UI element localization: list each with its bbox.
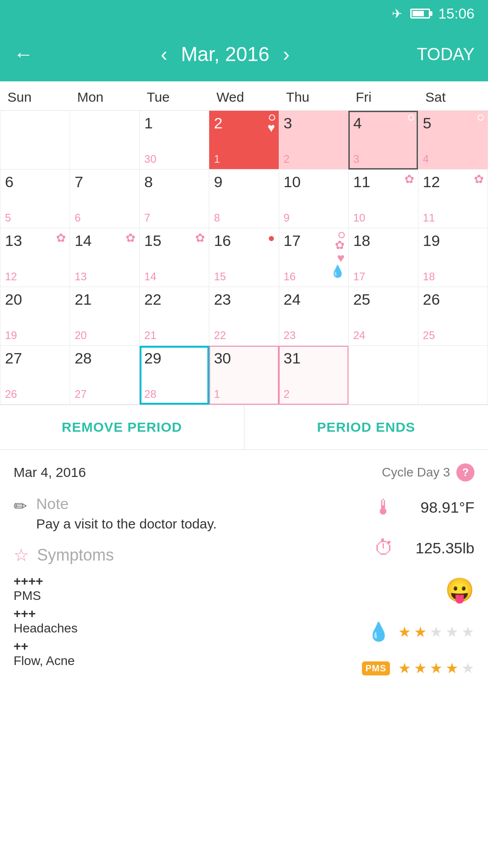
next-name: Flow, Acne <box>14 654 75 668</box>
calendar-cell[interactable]: 312 <box>279 346 348 405</box>
star-4: ★ <box>446 623 459 641</box>
back-button[interactable]: ← <box>14 43 33 66</box>
calendar-cell[interactable]: 1817 <box>348 228 418 287</box>
pms-name: PMS <box>14 589 43 603</box>
calendar-cell[interactable]: 87 <box>140 170 209 228</box>
calendar-cell[interactable]: 13✿12 <box>0 228 70 287</box>
calendar-cell[interactable]: 76 <box>70 170 140 228</box>
week-number: 27 <box>75 388 87 401</box>
calendar-cell[interactable]: 2625 <box>418 287 488 346</box>
day-number: 24 <box>284 291 301 308</box>
day-number: 22 <box>144 291 161 308</box>
cycle-help-button[interactable]: ? <box>456 463 474 481</box>
calendar-row: 6576879810911✿1012✿11 <box>0 170 488 228</box>
day-number: 3 <box>284 114 292 132</box>
week-number: 1 <box>214 153 220 165</box>
calendar-cell[interactable]: 32 <box>279 111 348 170</box>
detail-left: ✏ Note Pay a visit to the doctor today. … <box>14 495 303 686</box>
calendar-cell[interactable]: 16●15 <box>209 228 279 287</box>
calendar-cell <box>0 111 70 170</box>
calendar-row: 1302♥1324354 <box>0 111 488 170</box>
calendar-cell[interactable]: 2322 <box>209 287 279 346</box>
symptom-next-left: ++ Flow, Acne <box>14 639 75 668</box>
next-month-button[interactable]: › <box>283 43 290 66</box>
day-number: 8 <box>144 173 153 190</box>
calendar-cell[interactable]: 17✿♥💧16 <box>279 228 348 287</box>
calendar-cell[interactable]: 2524 <box>348 287 418 346</box>
week-number: 2 <box>284 388 290 401</box>
calendar-row: 2019212022212322242325242625 <box>0 287 488 346</box>
symptom-headaches[interactable]: +++ Headaches <box>14 607 303 636</box>
action-buttons-row: REMOVE PERIOD PERIOD ENDS <box>0 405 488 450</box>
weekday-sat: Sat <box>418 81 488 111</box>
week-number: 13 <box>75 270 87 283</box>
calendar-header-row: Sun Mon Tue Wed Thu Fri Sat <box>0 81 488 111</box>
week-number: 26 <box>5 388 17 401</box>
day-number: 13 <box>5 232 22 249</box>
calendar-cell[interactable]: 2019 <box>0 287 70 346</box>
week-number: 25 <box>423 329 435 342</box>
calendar-cell[interactable]: 2♥1 <box>209 111 279 170</box>
calendar-cell[interactable]: 15✿14 <box>140 228 209 287</box>
week-number: 18 <box>423 270 435 283</box>
calendar-cell[interactable]: 11✿10 <box>348 170 418 228</box>
symptom-next[interactable]: ++ Flow, Acne <box>14 639 303 668</box>
week-number: 6 <box>75 212 80 224</box>
calendar-cell[interactable]: 130 <box>140 111 209 170</box>
prev-month-button[interactable]: ‹ <box>161 43 168 66</box>
flower-icon: ✿ <box>126 232 136 244</box>
day-number: 16 <box>214 232 231 249</box>
calendar-cell[interactable]: 65 <box>0 170 70 228</box>
day-number: 15 <box>144 232 161 249</box>
weight-value: 125.35lb <box>402 539 474 557</box>
day-number: 4 <box>353 114 362 132</box>
calendar-cell[interactable]: 98 <box>209 170 279 228</box>
week-number: 28 <box>144 388 156 401</box>
pms-rating-row: 💧 ★ ★ ★ ★ ★ <box>367 621 474 642</box>
day-number: 17 <box>284 232 301 249</box>
calendar-cell[interactable]: 1918 <box>418 228 488 287</box>
day-number: 25 <box>353 291 371 308</box>
calendar-cell[interactable]: 109 <box>279 170 348 228</box>
note-label: Note <box>36 495 303 513</box>
cell-icons: ✿ <box>56 232 66 244</box>
calendar-cell[interactable]: 2726 <box>0 346 70 405</box>
calendar-cell[interactable]: 2221 <box>140 287 209 346</box>
calendar-cell[interactable]: 2928 <box>140 346 209 405</box>
weekday-mon: Mon <box>70 81 140 111</box>
calendar-cell[interactable]: 2120 <box>70 287 140 346</box>
period-ends-button[interactable]: PERIOD ENDS <box>244 405 488 449</box>
day-number: 12 <box>423 173 440 190</box>
calendar-cell[interactable]: 14✿13 <box>70 228 140 287</box>
star-2: ★ <box>414 623 427 641</box>
week-number: 9 <box>284 212 290 224</box>
calendar-cell[interactable]: 301 <box>209 346 279 405</box>
day-number: 20 <box>5 291 22 308</box>
calendar-cell[interactable]: 43 <box>348 111 418 170</box>
calendar-cell[interactable]: 12✿11 <box>418 170 488 228</box>
symptom-pms[interactable]: ++++ PMS <box>14 574 303 603</box>
headaches-rating-row: PMS ★ ★ ★ ★ ★ <box>362 660 474 677</box>
week-number: 17 <box>353 270 366 283</box>
star-h3: ★ <box>430 660 443 677</box>
flower-icon: ✿ <box>56 232 66 244</box>
calendar-row: 13✿1214✿1315✿1416●1517✿♥💧1618171918 <box>0 228 488 287</box>
week-number: 2 <box>284 153 290 165</box>
drop-icon: 💧 <box>330 265 345 277</box>
calendar-cell[interactable]: 2827 <box>70 346 140 405</box>
note-row: ✏ Note Pay a visit to the doctor today. <box>14 495 303 532</box>
today-button[interactable]: TODAY <box>417 45 474 64</box>
heart-pink-icon: ♥ <box>337 252 345 264</box>
star-h4: ★ <box>446 660 459 677</box>
detail-body: ✏ Note Pay a visit to the doctor today. … <box>14 495 474 686</box>
remove-period-button[interactable]: REMOVE PERIOD <box>0 405 244 449</box>
pms-intensity: ++++ <box>14 574 43 589</box>
day-number: 31 <box>284 349 301 367</box>
star-1: ★ <box>398 623 411 641</box>
star-h1: ★ <box>398 660 411 677</box>
calendar-cell[interactable]: 2423 <box>279 287 348 346</box>
week-number: 8 <box>214 212 220 224</box>
star-5: ★ <box>461 623 474 641</box>
calendar-cell[interactable]: 54 <box>418 111 488 170</box>
week-number: 20 <box>75 329 87 342</box>
